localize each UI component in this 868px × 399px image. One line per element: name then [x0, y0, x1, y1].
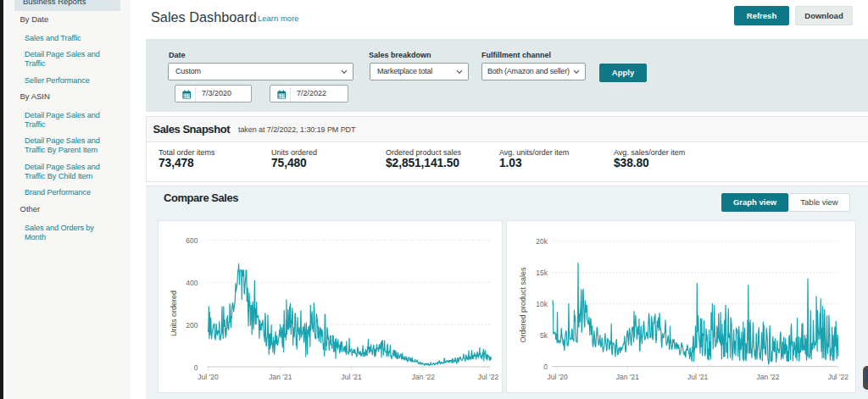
svg-text:Jan '21: Jan '21 [269, 373, 292, 381]
svg-text:200: 200 [186, 321, 198, 330]
svg-text:Jul '22: Jul '22 [828, 373, 849, 381]
svg-text:Jul '22: Jul '22 [477, 373, 498, 381]
svg-text:0: 0 [543, 363, 548, 371]
svg-text:600: 600 [186, 236, 198, 245]
svg-text:Jul '21: Jul '21 [341, 373, 362, 381]
svg-text:15k: 15k [536, 269, 548, 277]
svg-text:Jan '21: Jan '21 [616, 373, 639, 381]
svg-text:Jan '22: Jan '22 [756, 373, 779, 381]
svg-text:Jan '22: Jan '22 [411, 373, 434, 381]
svg-text:Jul '20: Jul '20 [547, 373, 568, 381]
svg-text:5k: 5k [540, 331, 548, 340]
svg-text:20k: 20k [536, 237, 548, 246]
svg-text:Units ordered: Units ordered [170, 291, 178, 336]
svg-text:Ordered product sales: Ordered product sales [519, 267, 527, 343]
svg-text:Jul '21: Jul '21 [687, 373, 709, 381]
svg-text:10k: 10k [536, 300, 548, 308]
svg-text:0: 0 [193, 363, 198, 372]
svg-text:Jul '20: Jul '20 [198, 373, 219, 381]
svg-text:400: 400 [186, 279, 198, 287]
